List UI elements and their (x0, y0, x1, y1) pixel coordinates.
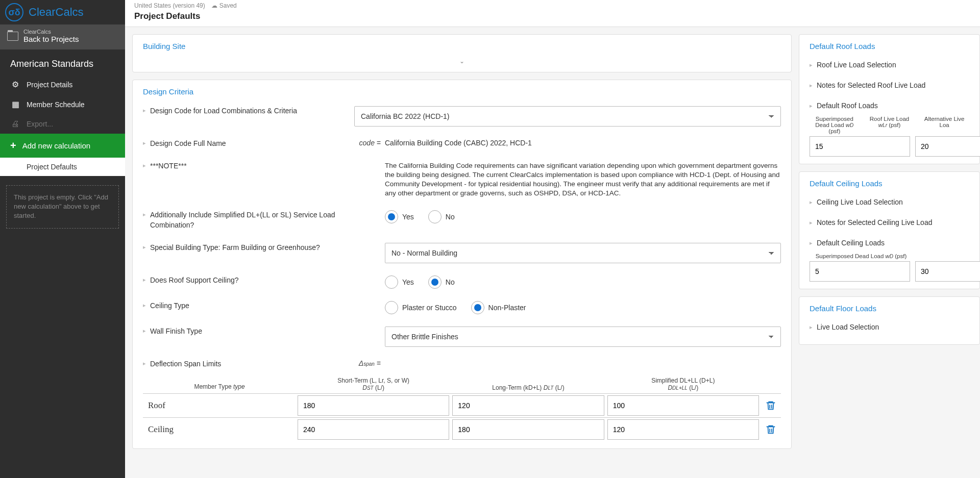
nav-project-details[interactable]: ⚙ Project Details (0, 74, 125, 94)
roof-row: Roof Live Load Selection (817, 61, 896, 69)
floor-loads-title: Default Floor Loads (810, 304, 969, 313)
deflection-lt-input[interactable] (452, 419, 604, 440)
field-label: Does Roof Support Ceiling? (150, 275, 354, 286)
nav-label: Export... (27, 120, 53, 128)
nav-export[interactable]: 🖨 Export... (0, 114, 125, 134)
roof-dead-input[interactable] (810, 136, 910, 157)
nav-label: Project Details (27, 81, 72, 89)
back-bottom: Back to Projects (23, 35, 79, 43)
ceiling-loads-card: Default Ceiling Loads ▸Ceiling Live Load… (799, 171, 980, 289)
plus-icon: + (10, 140, 16, 152)
saved-text: Saved (219, 2, 237, 9)
expand-icon[interactable]: ▸ (810, 103, 817, 109)
expand-icon[interactable]: ▸ (143, 139, 150, 146)
sidebar-section-title: American Standards (0, 49, 125, 74)
page-title: Project Defaults (134, 9, 971, 21)
add-new-calculation-button[interactable]: + Add new calculation (0, 134, 125, 158)
expand-icon[interactable]: ▸ (810, 82, 817, 89)
deflection-dl-input[interactable] (607, 395, 759, 416)
building-site-card[interactable]: Building Site ⌄ (132, 34, 792, 72)
cloud-icon: ☁ (211, 2, 217, 9)
sidebar: σδ ClearCalcs ClearCalcs Back to Project… (0, 0, 125, 478)
field-math: code = (354, 139, 385, 147)
wall-finish-select[interactable]: Other Brittle Finishes (385, 326, 781, 347)
design-code-select[interactable]: California BC 2022 (HCD-1) (354, 106, 781, 127)
add-calc-label: Add new calculation (22, 141, 90, 150)
main: United States (version 49) ☁ Saved Proje… (125, 0, 980, 478)
roof-live-input[interactable] (915, 136, 980, 157)
expand-icon[interactable]: ▸ (143, 301, 150, 309)
field-label: Design Code Full Name (150, 139, 354, 149)
brand-logo-icon: σδ (5, 3, 23, 21)
deflection-st-input[interactable] (298, 419, 449, 440)
radio-roofceil-no[interactable]: No (428, 275, 455, 289)
expand-icon[interactable]: ▸ (143, 275, 150, 283)
nav-label: Member Schedule (27, 100, 85, 109)
expand-icon[interactable]: ▸ (810, 240, 817, 246)
deflection-dl-input[interactable] (607, 419, 759, 440)
back-to-projects[interactable]: ClearCalcs Back to Projects (0, 24, 125, 49)
field-value: California Building Code (CABC) 2022, HC… (385, 139, 781, 147)
expand-icon[interactable]: ▸ (810, 219, 817, 226)
expand-icon[interactable]: ▸ (810, 324, 817, 331)
field-label: Deflection Span Limits (150, 359, 354, 369)
ceiling-other-input[interactable] (915, 261, 980, 282)
nav-member-schedule[interactable]: ▦ Member Schedule (0, 94, 125, 114)
field-label: Ceiling Type (150, 301, 354, 311)
expand-icon[interactable]: ▸ (810, 199, 817, 206)
design-criteria-title: Design Criteria (143, 87, 781, 96)
roof-loads-card: Default Roof Loads ▸Roof Live Load Selec… (799, 34, 980, 164)
expand-icon[interactable]: ▸ (143, 106, 150, 114)
deflection-table: Member Type type Short-Term (L, Lr, S, o… (143, 375, 781, 441)
ceiling-dead-input[interactable] (810, 261, 910, 282)
gear-icon: ⚙ (10, 80, 20, 89)
chevron-down-icon[interactable]: ⌄ (143, 55, 781, 65)
version-text: United States (version 49) (134, 2, 205, 9)
note-text: The California Building Code requirement… (385, 161, 781, 198)
ceiling-row: Notes for Selected Ceiling Live Load (817, 218, 932, 227)
field-label: ***NOTE*** (150, 161, 354, 171)
building-site-title: Building Site (143, 42, 185, 51)
roof-row: Default Roof Loads (817, 102, 878, 110)
radio-simplified-no[interactable]: No (428, 210, 455, 223)
floor-loads-card: Default Floor Loads ▸Live Load Selection (799, 296, 980, 345)
deflection-st-input[interactable] (298, 395, 449, 416)
expand-icon[interactable]: ▸ (810, 62, 817, 68)
deflection-lt-input[interactable] (452, 395, 604, 416)
empty-project-hint: This project is empty. Click "Add new ca… (6, 185, 119, 229)
expand-icon[interactable]: ▸ (143, 359, 150, 367)
radio-simplified-yes[interactable]: Yes (385, 210, 414, 223)
delete-row-button[interactable] (761, 424, 781, 435)
sidebar-item-project-defaults[interactable]: Project Defaults (0, 158, 125, 176)
table-row: Ceiling (143, 417, 781, 441)
expand-icon[interactable]: ▸ (143, 161, 150, 169)
delete-row-button[interactable] (761, 400, 781, 411)
radio-roofceil-yes[interactable]: Yes (385, 275, 414, 289)
field-label: Special Building Type: Farm Building or … (150, 243, 354, 253)
floor-row: Live Load Selection (817, 323, 879, 331)
radio-ceil-nonplaster[interactable]: Non-Plaster (471, 301, 526, 314)
field-math: Δspan = (354, 359, 385, 367)
ceiling-loads-title: Default Ceiling Loads (810, 179, 969, 188)
folder-icon (7, 32, 18, 41)
page-header: United States (version 49) ☁ Saved Proje… (125, 0, 980, 27)
expand-icon[interactable]: ▸ (143, 326, 150, 334)
field-label: Wall Finish Type (150, 326, 354, 337)
roof-row: Notes for Selected Roof Live Load (817, 81, 925, 89)
special-building-select[interactable]: No - Normal Building (385, 243, 781, 263)
field-label: Design Code for Load Combinations & Crit… (150, 106, 354, 116)
radio-ceil-plaster[interactable]: Plaster or Stucco (385, 301, 457, 314)
brand-row: σδ ClearCalcs (0, 0, 125, 24)
expand-icon[interactable]: ▸ (143, 243, 150, 250)
brand-text: ClearCalcs (29, 6, 84, 19)
roof-loads-title: Default Roof Loads (810, 42, 969, 51)
ceiling-row: Default Ceiling Loads (817, 239, 885, 247)
printer-icon: 🖨 (10, 119, 20, 129)
design-criteria-card: Design Criteria ▸ Design Code for Load C… (132, 80, 792, 449)
member-type: Roof (143, 396, 296, 415)
grid-icon: ▦ (10, 99, 20, 109)
field-label: Additionally Include Simplified DL+(LL o… (150, 210, 354, 230)
member-type: Ceiling (143, 420, 296, 439)
expand-icon[interactable]: ▸ (143, 210, 150, 218)
back-top: ClearCalcs (23, 29, 79, 35)
